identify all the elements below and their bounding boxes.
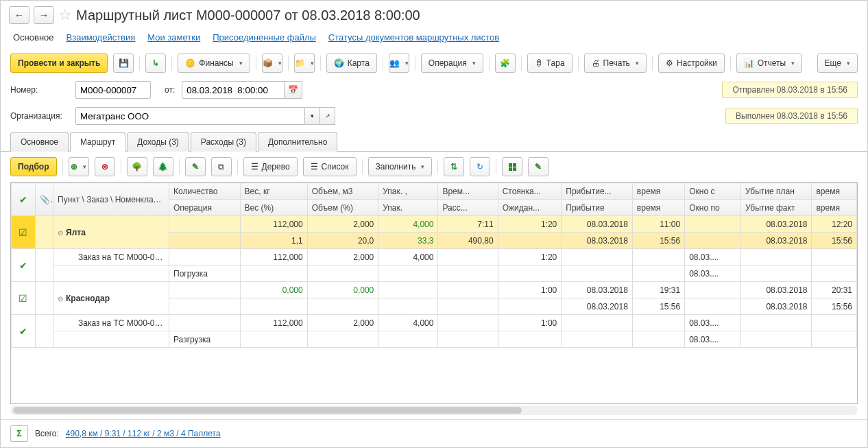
table-row[interactable]: ✔ Заказ на ТС М000-000019... 112,000 2,0… [12,315,857,331]
calendar-button[interactable]: 📅 [285,81,302,99]
col-window-to[interactable]: Окно по [685,200,741,216]
row-check[interactable]: ✔ [12,315,36,348]
favorite-star-icon[interactable]: ☆ [58,6,72,24]
total-link[interactable]: 490,8 км / 9:31 / 112 кг / 2 м3 / 4 Палл… [66,429,221,438]
more-button[interactable]: Еще [817,54,858,73]
copy-button[interactable]: ⧉ [211,157,232,176]
col-pack2[interactable]: Упак. [378,200,438,216]
plus-icon: ⊕ [71,162,77,172]
col-depart-plan[interactable]: Убытие план [740,183,812,200]
edit-button[interactable]: ✎ [185,157,206,176]
table-row[interactable]: ✔ Заказ на ТС М000-000019... 112,000 2,0… [12,249,857,266]
grid-icon [509,163,516,171]
horizontal-scrollbar[interactable] [10,405,858,415]
nav-notes[interactable]: Мои заметки [147,32,200,43]
sigma-button[interactable]: Σ [10,425,28,442]
fill-button[interactable]: Заполнить [368,157,433,176]
folder-button[interactable]: 📁 [294,54,315,73]
col-weight-pct[interactable]: Вес (%) [240,200,307,216]
row-check[interactable]: ✔ [12,249,36,282]
edit-grid-button[interactable]: ✎ [528,157,548,176]
nav-files[interactable]: Присоединенные файлы [213,32,316,43]
refresh-button[interactable]: ↻ [470,157,490,176]
finances-button[interactable]: 🪙Финансы [178,54,250,73]
grid-button[interactable] [502,157,522,176]
table-row-sub[interactable]: Разгрузка 08.03.... [12,331,857,348]
tab-expense[interactable]: Расходы (3) [191,132,256,152]
operation-button[interactable]: Операция [421,54,483,73]
row-check[interactable]: ☑ [12,216,36,249]
copy-icon: ⧉ [218,162,224,172]
hierarchy-button-2[interactable]: 🌲 [153,157,173,176]
table-row[interactable]: ☑ ⊖Ялта 112,000 2,000 4,000 7:11 1:20 08… [12,216,857,233]
table-row[interactable]: ☑ ⊖Краснодар 0,000 0,000 1:00 08.03.2018… [12,282,857,298]
col-weight[interactable]: Вес, кг [240,183,307,200]
col-attach[interactable]: 📎 [35,183,53,216]
back-button[interactable]: ← [9,6,29,24]
date-input[interactable] [182,81,285,99]
org-dropdown-button[interactable]: ▾ [305,107,320,125]
hierarchy-button-1[interactable]: 🌳 [127,157,147,176]
nav-interactions[interactable]: Взаимодействия [67,32,136,43]
col-depart-fact[interactable]: Убытие факт [740,200,812,216]
forward-button[interactable]: → [34,6,54,24]
settings-button[interactable]: ⚙Настройки [658,54,725,73]
col-arrival-plan[interactable]: Прибытие... [562,183,633,200]
number-input[interactable] [75,81,151,99]
status-done: Выполнен 08.03.2018 в 15:56 [725,108,858,124]
page-title: Маршрутный лист М000-000007 от 08.03.201… [76,8,420,23]
post-and-close-button[interactable]: Провести и закрыть [10,54,108,73]
col-time3[interactable]: время [812,183,857,200]
post-button[interactable]: ↳ [145,54,166,73]
arrow-icon: ↳ [152,58,159,68]
col-time[interactable]: Врем... [438,183,498,200]
row-attach [35,249,53,282]
save-button[interactable]: 💾 [113,54,134,73]
tree-view-button[interactable]: ☰Дерево [243,157,298,176]
col-window-from[interactable]: Окно с [685,183,741,200]
col-qty[interactable]: Количество [169,183,241,200]
route-table[interactable]: ✔ 📎 Пункт \ Заказ \ Номенклатура Количес… [10,182,858,404]
package-button[interactable]: 📦 [262,54,282,73]
nav-main[interactable]: Основное [13,32,54,43]
col-volume[interactable]: Объем, м3 [307,183,378,200]
x-icon: ⊗ [101,162,108,172]
tare-button[interactable]: 🛢Тара [527,54,572,73]
barrel-icon: 🛢 [535,58,543,68]
calendar-icon: 📅 [288,85,298,95]
select-button[interactable]: Подбор [10,157,57,176]
col-operation[interactable]: Операция [169,200,241,216]
col-arrival[interactable]: Прибытие [562,200,633,216]
swap-button[interactable]: ⇅ [444,157,464,176]
nav-statuses[interactable]: Статусы документов маршрутных листов [328,32,499,43]
from-label: от: [165,85,175,95]
users-button[interactable]: 👥 [389,54,409,73]
tab-income[interactable]: Доходы (3) [127,132,189,152]
col-time5[interactable]: время [812,200,857,216]
print-button[interactable]: 🖨Печать [584,54,647,73]
col-point[interactable]: Пункт \ Заказ \ Номенклатура [53,183,169,216]
list-view-button[interactable]: ☰Список [303,157,357,176]
col-check[interactable]: ✔ [12,183,36,216]
reports-button[interactable]: 📊Отчеты [736,54,802,73]
delete-button[interactable]: ⊗ [95,157,115,176]
map-button[interactable]: 🌍Карта [326,54,377,73]
col-time4[interactable]: время [632,200,684,216]
tab-route[interactable]: Маршрут [70,132,125,152]
col-time2[interactable]: время [632,183,684,200]
globe-icon: 🌍 [334,58,344,68]
org-open-button[interactable]: ↗ [320,107,335,125]
row-attach [35,282,53,315]
col-pack[interactable]: Упак. , [378,183,438,200]
col-volume-pct[interactable]: Объем (%) [307,200,378,216]
add-button[interactable]: ⊕ [69,157,89,176]
tab-extra[interactable]: Дополнительно [258,132,337,152]
org-input[interactable] [75,107,305,125]
col-dist[interactable]: Расс... [438,200,498,216]
puzzle-button[interactable]: 🧩 [495,54,516,73]
tab-main[interactable]: Основное [10,132,69,152]
table-row-sub[interactable]: Погрузка 08.03.... [12,266,857,282]
col-wait[interactable]: Ожидан... [498,200,562,216]
col-stop[interactable]: Стоянка... [498,183,562,200]
row-check[interactable]: ☑ [12,282,36,315]
